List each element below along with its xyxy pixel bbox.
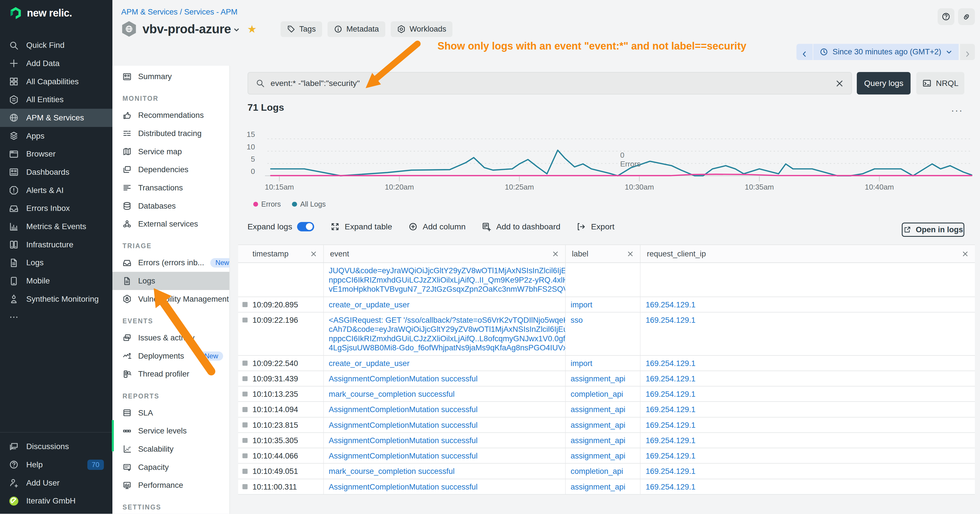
sidebar-item[interactable]: All Entities: [0, 91, 112, 109]
subnav-item[interactable]: SLA: [112, 404, 229, 422]
workloads-button[interactable]: Workloads: [391, 21, 452, 37]
metadata-button[interactable]: Metadata: [328, 21, 385, 37]
event-link[interactable]: <ASGIRequest: GET '/sso/callback/?state=…: [329, 316, 560, 325]
sidebar-item[interactable]: Metrics & Events: [0, 218, 112, 236]
tags-button[interactable]: Tags: [280, 21, 322, 37]
sidebar-bottom-item[interactable]: Iterativ GmbH: [0, 492, 112, 510]
expand-table-button[interactable]: Expand table: [330, 222, 392, 231]
subnav-item[interactable]: Service map: [112, 143, 229, 161]
subnav-item[interactable]: Recommendations: [112, 106, 229, 124]
subnav-item[interactable]: Deployments New: [112, 347, 229, 365]
clear-search-icon[interactable]: [835, 79, 844, 88]
add-to-dashboard-button[interactable]: Add to dashboard: [482, 222, 560, 231]
log-row[interactable]: 10:10:23.815AssignmentCompletionMutation…: [238, 417, 975, 433]
column-header-label[interactable]: label: [566, 245, 641, 263]
search-query-value[interactable]: event:* -"label":"security": [270, 78, 829, 88]
add-column-button[interactable]: Add column: [408, 222, 466, 231]
log-row[interactable]: 10:11:00.311AssignmentCompletionMutation…: [238, 479, 975, 495]
remove-column-icon[interactable]: [552, 250, 559, 257]
sidebar-item[interactable]: APM & Services: [0, 109, 112, 127]
event-link[interactable]: AssignmentCompletionMutation successful: [329, 451, 560, 461]
subnav-item[interactable]: External services: [112, 215, 229, 233]
event-link[interactable]: AssignmentCompletionMutation successful: [329, 374, 560, 384]
log-row[interactable]: 10:09:22.196<ASGIRequest: GET '/sso/call…: [238, 312, 975, 356]
event-link[interactable]: nppcCI6IkRIZmxhdGUiLCJzZXliOilxLjAifQ..L…: [329, 334, 560, 344]
event-link[interactable]: AssignmentCompletionMutation successful: [329, 405, 560, 414]
favorite-star-icon[interactable]: ★: [247, 23, 257, 35]
query-logs-button[interactable]: Query logs: [857, 72, 910, 94]
event-link[interactable]: mark_course_completion successful: [329, 467, 560, 476]
event-link[interactable]: AssignmentCompletionMutation successful: [329, 421, 560, 430]
sidebar-item[interactable]: Errors Inbox: [0, 199, 112, 218]
time-back-button[interactable]: [797, 44, 813, 60]
log-row[interactable]: 10:10:49.051mark_course_completion succe…: [238, 464, 975, 479]
log-row[interactable]: 10:09:31.439AssignmentCompletionMutation…: [238, 371, 975, 387]
sidebar-bottom-item[interactable]: Help 70: [0, 456, 112, 474]
subnav-item[interactable]: Performance: [112, 476, 229, 494]
sidebar-item[interactable]: Alerts & AI: [0, 181, 112, 199]
log-row[interactable]: 10:10:13.235mark_course_completion succe…: [238, 387, 975, 402]
export-button[interactable]: Export: [576, 222, 614, 231]
log-row[interactable]: 10:09:20.895create_or_update_userimport1…: [238, 297, 975, 312]
time-forward-button[interactable]: [960, 44, 975, 60]
log-row[interactable]: 10:10:44.066AssignmentCompletionMutation…: [238, 448, 975, 464]
sidebar-item[interactable]: Add Data: [0, 54, 112, 73]
remove-column-icon[interactable]: [627, 250, 634, 257]
subnav-item[interactable]: Databases: [112, 197, 229, 215]
subnav-item[interactable]: Vulnerability Management: [112, 290, 229, 308]
event-link[interactable]: mark_course_completion successful: [329, 390, 560, 399]
sidebar-item[interactable]: Dashboards: [0, 163, 112, 181]
subnav-item[interactable]: Distributed tracing: [112, 124, 229, 143]
sidebar-item[interactable]: Logs: [0, 254, 112, 272]
subnav-item[interactable]: Scalability: [112, 440, 229, 458]
sidebar-item[interactable]: Synthetic Monitoring: [0, 290, 112, 308]
event-link[interactable]: cAh7D&code=eyJraWQiOiJjcGltY29yZV8wOTl1M…: [329, 325, 560, 334]
sidebar-item[interactable]: Browser: [0, 145, 112, 163]
event-link[interactable]: vE1moHpkhokTVBvguN7_72JtGzGsqxZpn2OaKc3n…: [329, 285, 560, 294]
sidebar-item[interactable]: [0, 308, 112, 326]
open-in-logs-button[interactable]: Open in logs: [902, 223, 964, 237]
subnav-item[interactable]: Transactions: [112, 179, 229, 197]
column-header-timestamp[interactable]: timestamp: [238, 245, 324, 263]
subnav-item[interactable]: Thread profiler: [112, 365, 229, 384]
log-row[interactable]: 10:10:35.305AssignmentCompletionMutation…: [238, 433, 975, 448]
sidebar-item[interactable]: Mobile: [0, 272, 112, 290]
remove-column-icon[interactable]: [310, 250, 317, 257]
subnav-item[interactable]: Capacity: [112, 458, 229, 476]
sidebar-item[interactable]: Infrastructure: [0, 236, 112, 254]
logs-timeseries-chart[interactable]: 15105010:15am10:20am10:25am10:30am10:35a…: [232, 126, 980, 198]
event-link[interactable]: JUQVU&code=eyJraWQiOiJjcGltY29yZV8wOTl1M…: [329, 266, 560, 275]
log-row[interactable]: 10:09:22.540create_or_update_userimport1…: [238, 356, 975, 371]
event-link[interactable]: AssignmentCompletionMutation successful: [329, 482, 560, 492]
event-link[interactable]: create_or_update_user: [329, 359, 560, 368]
sidebar-item[interactable]: Quick Find: [0, 36, 112, 54]
event-link[interactable]: AssignmentCompletionMutation successful: [329, 436, 560, 446]
subnav-item[interactable]: Issues & activity: [112, 329, 229, 347]
more-options-icon[interactable]: ...: [951, 102, 963, 114]
log-search-input[interactable]: event:* -"label":"security": [248, 72, 852, 94]
log-row[interactable]: JUQVU&code=eyJraWQiOiJjcGltY29yZV8wOTl1M…: [238, 263, 975, 297]
nrql-button[interactable]: NRQL: [916, 72, 964, 94]
event-link[interactable]: create_or_update_user: [329, 300, 560, 310]
legend-all-logs[interactable]: All Logs: [292, 200, 326, 208]
breadcrumb-apm-services[interactable]: APM & Services: [121, 7, 178, 16]
sidebar-item[interactable]: All Capabilities: [0, 73, 112, 91]
legend-errors[interactable]: Errors: [253, 200, 281, 208]
subnav-item[interactable]: Service levels: [112, 422, 229, 440]
sidebar-item[interactable]: Apps: [0, 127, 112, 145]
permalink-button[interactable]: [958, 8, 975, 25]
event-link[interactable]: nppcCI6IkRIZmxhdGUiLCJzZXliOilxLjAifQ..I…: [329, 275, 560, 285]
sidebar-bottom-item[interactable]: Add User: [0, 474, 112, 492]
time-range-button[interactable]: Since 30 minutes ago (GMT+2): [813, 44, 959, 60]
log-row[interactable]: 10:10:14.094AssignmentCompletionMutation…: [238, 402, 975, 417]
breadcrumb-services-apm[interactable]: Services - APM: [184, 7, 238, 16]
expand-logs-toggle[interactable]: Expand logs: [248, 222, 314, 231]
column-header-request_client_ip[interactable]: request_client_ip: [641, 245, 975, 263]
subnav-item[interactable]: Logs: [112, 272, 229, 290]
subnav-item[interactable]: Summary: [112, 67, 229, 86]
new-relic-logo[interactable]: new relic.: [9, 6, 72, 20]
subnav-item[interactable]: Dependencies: [112, 161, 229, 179]
subnav-item[interactable]: Errors (errors inb... New: [112, 254, 229, 272]
event-link[interactable]: 4LgSjsuUW8B0Mi8-Gdo_f6ofWhjpatNs9jaMs9qK…: [329, 343, 560, 353]
column-header-event[interactable]: event: [324, 245, 566, 263]
